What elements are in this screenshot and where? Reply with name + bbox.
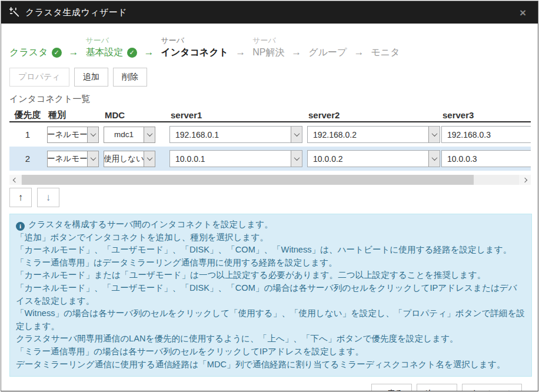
arrow-icon: → (291, 46, 301, 59)
dialog-title: クラスタ生成ウィザード (25, 7, 127, 18)
step-label: クラスタ (9, 46, 48, 59)
chevron-down-icon[interactable] (87, 151, 98, 167)
property-button[interactable]: プロパティ (9, 68, 69, 87)
table-row: 2 カーネルモード 使用しない 10.0.0.1 10.0.0.2 (9, 147, 531, 171)
chevron-down-icon[interactable] (144, 151, 155, 167)
server1-field[interactable]: 10.0.0.1 (169, 150, 302, 167)
info-line: データミラーリング通信に使用する通信経路は「MDC」列で通信経路に割り当てるミラ… (16, 358, 525, 371)
chevron-down-icon[interactable] (428, 151, 440, 167)
arrow-icon: → (144, 46, 154, 59)
step-interconnect: サーバ インタコネクト (161, 35, 229, 59)
next-arrow-icon: ▶ (444, 391, 448, 391)
step-label: モニタ (371, 46, 400, 59)
chevron-down-icon[interactable] (291, 127, 302, 142)
magic-wand-icon (9, 7, 20, 18)
chevron-down-icon[interactable] (144, 127, 155, 142)
cancel-button[interactable]: キャンセル (462, 384, 522, 391)
step-label: 基本設定 (86, 46, 124, 59)
server2-field[interactable]: 10.0.0.2 (307, 150, 440, 167)
mdc-select[interactable]: 使用しない (104, 151, 155, 167)
col-server2: server2 (306, 110, 440, 120)
scrollbar-thumb[interactable] (22, 175, 474, 185)
horizontal-scrollbar[interactable] (9, 175, 531, 185)
mdc-select[interactable]: mdc1 (104, 127, 155, 143)
step-monitor: モニタ (371, 35, 400, 59)
move-up-button[interactable]: ↑ (9, 188, 32, 207)
step-label: グループ (308, 46, 347, 59)
cluster-wizard-dialog: クラスタ生成ウィザード × クラスタ✓ → サーバ 基本設定✓ → サーバ イン… (1, 1, 538, 391)
info-icon: i (16, 222, 25, 231)
step-label: NP解決 (252, 46, 284, 59)
add-button[interactable]: 追加 (74, 68, 108, 87)
server2-field[interactable]: 192.168.0.2 (307, 126, 440, 143)
info-line: 「追加」ボタンでインタコネクトを追加し、種別を選択します。 (16, 231, 525, 244)
step-basic-settings: サーバ 基本設定✓ (86, 35, 137, 59)
close-icon[interactable]: × (516, 7, 530, 18)
check-icon: ✓ (52, 48, 62, 58)
type-select[interactable]: カーネルモード (47, 127, 99, 143)
col-type: 種別 (46, 109, 102, 121)
arrow-icon: → (69, 46, 79, 59)
footer-buttons: ◀ 戻る 次へ ▶ キャンセル (9, 384, 530, 391)
back-arrow-icon: ◀ (380, 391, 384, 391)
info-box: iクラスタを構成するサーバ間のインタコネクトを設定します。 「追加」ボタンでイン… (9, 214, 532, 377)
toolbar: プロパティ 追加 削除 (9, 68, 530, 87)
info-line: 「ミラー通信専用」の場合は各サーバ列のセルをクリックしてIPアドレスを設定します… (16, 346, 525, 358)
table-row: 1 カーネルモード mdc1 192.168.0.1 192.168.0.2 (9, 122, 531, 147)
col-server3: server3 (440, 110, 531, 120)
col-mdc: MDC (102, 110, 168, 120)
step-group: グループ (308, 35, 347, 59)
next-button[interactable]: 次へ ▶ (417, 384, 457, 391)
chevron-down-icon[interactable] (428, 127, 440, 142)
interconnect-table: 優先度 種別 MDC server1 server2 server3 1 カーネ… (9, 108, 531, 171)
priority-move-buttons: ↑ ↓ (9, 188, 530, 207)
priority-value: 1 (9, 129, 46, 139)
server1-field[interactable]: 192.168.0.1 (169, 126, 302, 143)
info-line: iクラスタを構成するサーバ間のインタコネクトを設定します。 (16, 218, 525, 231)
arrow-icon: → (354, 46, 364, 59)
scroll-left-icon[interactable] (9, 175, 21, 185)
title-bar: クラスタ生成ウィザード × (1, 1, 538, 24)
dialog-content: クラスタ✓ → サーバ 基本設定✓ → サーバ インタコネクト → サーバ NP… (1, 34, 538, 391)
delete-button[interactable]: 削除 (113, 68, 147, 87)
info-line: 「カーネルモード」、「ユーザモード」、「DISK」、「COM」の場合は各サーバ列… (16, 282, 525, 307)
col-priority: 優先度 (9, 109, 46, 121)
wizard-steps: クラスタ✓ → サーバ 基本設定✓ → サーバ インタコネクト → サーバ NP… (9, 34, 530, 59)
move-down-button[interactable]: ↓ (37, 188, 59, 207)
type-select[interactable]: カーネルモード (47, 151, 99, 167)
chevron-down-icon[interactable] (87, 127, 98, 142)
info-line: クラスタサーバ間専用通信のLANを優先的に使用するように、「上へ」、「下へ」ボタ… (16, 333, 525, 346)
scroll-right-icon[interactable] (519, 175, 531, 185)
step-label: インタコネクト (161, 46, 229, 59)
back-button[interactable]: ◀ 戻る (371, 384, 412, 391)
priority-value: 2 (9, 154, 46, 164)
info-line: 「カーネルモード」、「ユーザモード」、「DISK」、「COM」、「Witness… (16, 244, 525, 269)
step-np-resolution: サーバ NP解決 (252, 35, 284, 59)
table-header-row: 優先度 種別 MDC server1 server2 server3 (9, 108, 531, 122)
info-line: 「Witness」の場合は各サーバ列のセルをクリックして「使用する」、「使用しな… (16, 307, 525, 333)
server3-field[interactable]: 10.0.0.3 (441, 150, 531, 167)
table-caption: インタコネクト一覧 (9, 94, 530, 105)
server3-field[interactable]: 192.168.0.3 (441, 126, 531, 143)
col-server1: server1 (168, 110, 306, 120)
chevron-down-icon[interactable] (291, 151, 302, 167)
step-cluster: クラスタ✓ (9, 35, 62, 59)
check-icon: ✓ (127, 48, 137, 58)
arrow-icon: → (235, 46, 245, 59)
info-line: 「カーネルモード」または「ユーザモード」は一つ以上設定する必要があります。二つ以… (16, 269, 525, 282)
